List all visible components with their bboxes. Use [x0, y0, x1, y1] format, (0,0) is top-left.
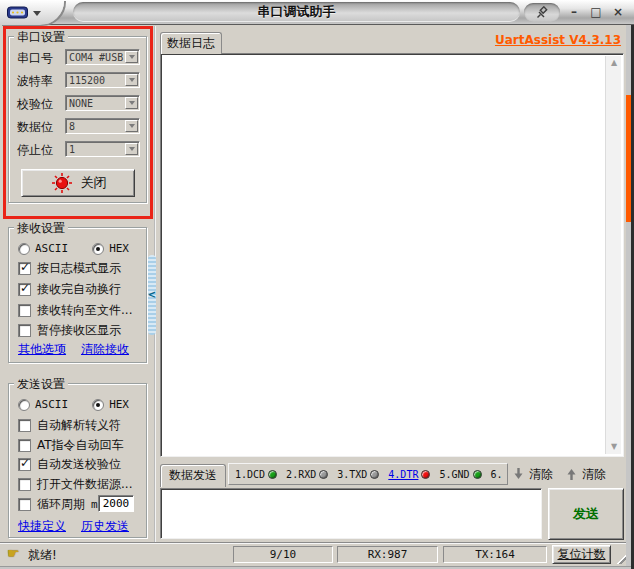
checkbox-icon[interactable]	[18, 478, 31, 491]
port-led-icon	[50, 172, 74, 194]
serial-settings-group: 串口设置 串口号 COM4 #USB 波特率 115200 校验位 NONE 数…	[8, 36, 147, 203]
port-toggle-button[interactable]: 关闭	[21, 169, 135, 197]
baud-combo[interactable]: 115200	[65, 72, 140, 88]
port-label: 串口号	[17, 50, 53, 67]
status-bar: ☛ 就绪! 9/10 RX:987 TX:164 复位计数	[0, 542, 634, 566]
checkbox-icon[interactable]	[18, 324, 31, 337]
receive-option-row[interactable]: 接收转向至文件...	[18, 303, 132, 317]
arrow-down-icon	[512, 467, 525, 481]
serial-field-row: 波特率 115200	[9, 72, 146, 88]
pin-6: 6.	[491, 469, 503, 480]
send-settings-title: 发送设置	[14, 376, 68, 393]
send-links: 快捷定义 历史发送	[18, 518, 129, 535]
radio-circle-icon	[92, 243, 104, 255]
maximize-button[interactable]: □	[586, 4, 606, 22]
checkbox-icon[interactable]	[18, 498, 31, 511]
scroll-down-icon[interactable]: ▼	[606, 440, 622, 454]
chevron-down-icon[interactable]	[125, 97, 138, 109]
chevron-down-icon[interactable]	[125, 74, 138, 86]
data-log-area[interactable]: ▲ ▼	[160, 53, 624, 457]
pin-rxd: 2.RXD	[286, 469, 328, 480]
shortcut-define-link[interactable]: 快捷定义	[18, 518, 66, 535]
pin-gnd: 5.GND	[439, 469, 481, 480]
rxd-led-icon	[319, 470, 328, 479]
radio-circle-icon	[18, 243, 30, 255]
parity-label: 校验位	[17, 96, 53, 113]
clear-send-button[interactable]: 清除	[565, 466, 606, 483]
dtr-led-icon	[421, 470, 430, 479]
app-menu-chevron-down-icon[interactable]	[33, 11, 41, 20]
sidebar-collapse-handle[interactable]: <	[148, 255, 156, 335]
cycle-period-row[interactable]: 循环周期 ms	[18, 497, 104, 511]
gnd-led-icon	[473, 470, 482, 479]
serial-field-row: 校验位 NONE	[9, 95, 146, 111]
stopbits-combo[interactable]: 1	[65, 141, 140, 157]
send-option-row[interactable]: 自动解析转义符	[18, 418, 121, 432]
send-data-input[interactable]	[160, 488, 542, 539]
receive-option-row[interactable]: 暂停接收区显示	[18, 323, 121, 337]
send-option-row[interactable]: 打开文件数据源...	[18, 477, 132, 491]
pin-indicator-strip: 1.DCD 2.RXD 3.TXD 4.DTR 5.GND 6.	[228, 463, 508, 485]
receive-settings-group: 接收设置 ASCII HEX 按日志模式显示 接收完自动换行 接收转向至文件..…	[8, 227, 147, 363]
port-combo[interactable]: COM4 #USB	[65, 49, 140, 65]
serial-settings-title: 串口设置	[14, 29, 68, 46]
send-button[interactable]: 发送	[548, 488, 624, 540]
scroll-up-icon[interactable]: ▲	[606, 56, 622, 70]
history-send-link[interactable]: 历史发送	[81, 518, 129, 535]
dcd-led-icon	[268, 470, 277, 479]
send-radio-ascii[interactable]: ASCII	[18, 398, 68, 411]
pin-button[interactable]	[524, 3, 560, 22]
log-scrollbar[interactable]: ▲ ▼	[605, 56, 621, 454]
cycle-period-input[interactable]	[98, 495, 134, 512]
receive-radio-hex[interactable]: HEX	[92, 242, 129, 255]
tab-data-log[interactable]: 数据日志	[160, 32, 222, 54]
window-controls: – □ ×	[560, 0, 632, 25]
clear-receive-button[interactable]: 清除	[512, 466, 553, 483]
reset-count-button[interactable]: 复位计数	[552, 545, 611, 564]
receive-option-row[interactable]: 接收完自动换行	[18, 282, 121, 296]
clear-receive-link[interactable]: 清除接收	[81, 341, 129, 358]
receive-settings-title: 接收设置	[14, 220, 68, 237]
checkbox-icon[interactable]	[18, 458, 31, 471]
close-window-button[interactable]: ×	[608, 4, 628, 22]
arrow-up-icon	[565, 467, 578, 481]
title-bar: 串口调试助手 – □ ×	[0, 0, 634, 25]
send-settings-group: 发送设置 ASCII HEX 自动解析转义符 AT指令自动回车 自动发送校验位 …	[8, 383, 147, 538]
pin-txd: 3.TXD	[337, 469, 379, 480]
tab-data-send[interactable]: 数据发送	[160, 464, 226, 487]
databits-combo[interactable]: 8	[65, 118, 140, 134]
receive-radio-ascii[interactable]: ASCII	[18, 242, 68, 255]
radio-circle-icon	[18, 399, 30, 411]
checkbox-icon[interactable]	[18, 262, 31, 275]
chevron-down-icon[interactable]	[125, 51, 138, 63]
checkbox-icon[interactable]	[18, 419, 31, 432]
ready-hand-icon: ☛	[7, 545, 20, 561]
version-link[interactable]: UartAssist V4.3.13	[495, 33, 621, 47]
send-radio-hex[interactable]: HEX	[92, 398, 129, 411]
checkbox-icon[interactable]	[18, 304, 31, 317]
serial-field-row: 停止位 1	[9, 141, 146, 157]
databits-label: 数据位	[17, 119, 53, 136]
serial-field-row: 串口号 COM4 #USB	[9, 49, 146, 65]
send-option-row[interactable]: 自动发送校验位	[18, 457, 121, 471]
minimize-button[interactable]: –	[564, 4, 584, 22]
receive-option-row[interactable]: 按日志模式显示	[18, 261, 121, 275]
receive-format-radios: ASCII HEX	[18, 242, 129, 255]
clear-buttons: 清除 清除	[512, 463, 606, 485]
send-option-row[interactable]: AT指令自动回车	[18, 438, 124, 452]
chevron-down-icon[interactable]	[125, 143, 138, 155]
port-toggle-label: 关闭	[81, 174, 107, 192]
txd-led-icon	[370, 470, 379, 479]
other-options-link[interactable]: 其他选项	[18, 341, 66, 358]
pin-dtr[interactable]: 4.DTR	[388, 469, 430, 480]
chevron-left-icon: <	[148, 290, 156, 300]
checkbox-icon[interactable]	[18, 439, 31, 452]
chevron-down-icon[interactable]	[125, 120, 138, 132]
app-window: 串口调试助手 – □ × 串口设置 串口号 COM4 #USB	[0, 0, 634, 569]
parity-combo[interactable]: NONE	[65, 95, 140, 111]
pin-dcd: 1.DCD	[235, 469, 277, 480]
checkbox-icon[interactable]	[18, 283, 31, 296]
pushpin-icon	[536, 6, 549, 19]
app-connector-icon[interactable]	[7, 6, 28, 22]
data-log-content	[163, 56, 603, 454]
